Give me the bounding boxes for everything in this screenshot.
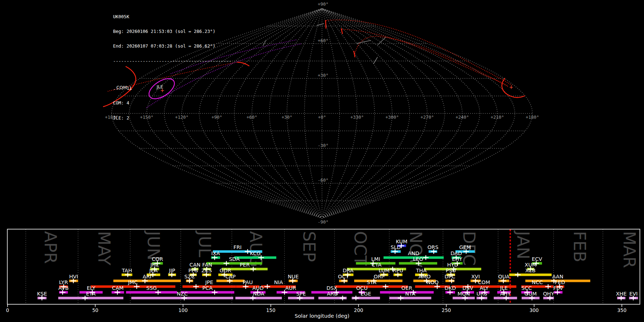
shower-timeline-chart: APRMAYJUNJULAUGSEPOCTNOVDECJANFEBMARKUMF…: [6, 229, 640, 319]
axis-tick-label: 0: [6, 307, 9, 313]
shower-code-label: SSG: [146, 285, 157, 291]
shower-code-label: LEO: [413, 256, 423, 262]
sky-grid-meridian: [217, 9, 322, 218]
sky-coordinate-label: -60°: [318, 177, 328, 183]
shower-code-label: GDR: [220, 268, 231, 273]
shower-bar: [126, 291, 177, 294]
meteor-trail-segment: [263, 40, 266, 46]
shower-max-marker: [340, 296, 346, 301]
shower-code-label: SDA: [229, 256, 240, 262]
shower-code-label: XCB: [525, 268, 536, 273]
shower-code-label: NUE: [288, 274, 299, 279]
shower-bar: [335, 286, 408, 288]
axis-tick-label: 350: [617, 307, 626, 313]
sky-coordinate-label: -30°: [318, 143, 328, 148]
month-label: FEB: [570, 231, 589, 262]
shower-code-label: THA: [416, 268, 427, 273]
shower-bar: [235, 297, 282, 299]
meteor-trail-segment: [317, 24, 324, 25]
shower-code-label: JMC: [128, 279, 138, 285]
axis-tick-label: 250: [442, 307, 451, 313]
shower-code-label: DSX: [326, 285, 337, 291]
shower-code-label: JPE: [205, 279, 213, 285]
shower-bar: [354, 280, 402, 282]
shower-code-label: QHY: [543, 291, 554, 297]
shower-max-marker: [515, 273, 521, 277]
shower-bar: [58, 297, 123, 299]
month-label: MAR: [620, 231, 639, 268]
end-time: End: 20260107 07:03:28 (sol = 286.62°): [113, 44, 231, 49]
shower-code-label: AHY: [500, 291, 511, 297]
shower-code-label: CTA: [372, 262, 382, 268]
shower-code-label: SPE: [296, 291, 306, 297]
sky-coordinate-label: +180°: [526, 114, 539, 120]
axis-tick-label: 150: [266, 307, 275, 313]
month-label: JAN: [513, 230, 533, 259]
sky-coordinate-label: +30°: [318, 73, 328, 78]
shower-code-label: ALY: [480, 285, 489, 291]
shower-code-label: ORS: [428, 244, 439, 250]
shower-code-label: FED: [555, 279, 565, 285]
shower-code-label: NZC: [177, 291, 188, 297]
axis-tick-label: 50: [92, 307, 98, 313]
sky-coordinate-label: +60°: [318, 38, 328, 43]
shower-code-label: NIA: [274, 279, 283, 285]
shower-code-label: GEM: [459, 244, 471, 250]
shower-max-marker: [398, 296, 404, 301]
month-label: JUN: [144, 230, 163, 260]
shower-code-label: ETA: [86, 291, 96, 297]
shower-code-label: OER: [401, 285, 413, 291]
meteor-trail-segment: [326, 20, 326, 28]
observation-info-panel: UK005K Beg: 20260106 21:53:03 (sol = 286…: [113, 4, 231, 135]
sky-coordinate-label: -90°: [318, 219, 328, 225]
meteor-trail-segment: [374, 57, 377, 64]
shower-code-label: OCU: [356, 285, 367, 291]
shower-code-label: HYD: [447, 262, 458, 268]
shower-code-label: STA: [367, 279, 376, 285]
shower-max-marker: [250, 267, 256, 272]
shower-code-label: AMO: [419, 274, 431, 279]
shower-max-marker: [545, 284, 551, 289]
shower-code-label: ECV: [532, 256, 542, 262]
shower-max-marker: [353, 296, 359, 301]
shower-max-marker: [193, 284, 199, 289]
shower-code-label: OCT: [338, 274, 349, 279]
station-id: UK005K: [113, 14, 231, 19]
shower-max-marker: [383, 284, 389, 289]
axis-tick-label: 300: [530, 307, 539, 313]
month-label: APR: [41, 231, 60, 264]
shower-bar: [234, 257, 276, 259]
shower-bar: [389, 297, 431, 299]
axis-title: Solar longitude (deg): [294, 313, 349, 319]
month-label: SEP: [299, 231, 319, 262]
shower-code-label: EGE: [361, 291, 371, 297]
axis-tick-label: 100: [179, 307, 188, 313]
sky-coordinate-label: +330°: [350, 114, 364, 120]
count-com: COM: 4: [113, 101, 231, 106]
shower-code-label: DPC: [445, 274, 455, 279]
shower-code-label: SLD: [391, 244, 401, 250]
axis-tick-label: 200: [354, 307, 363, 313]
shower-code-label: ELY: [87, 285, 95, 291]
month-label: MAY: [94, 231, 114, 266]
shower-bar: [91, 286, 175, 288]
count-sporadic: ...: 11: [113, 86, 231, 91]
shower-bar: [206, 262, 262, 265]
sky-coordinate-label: +300°: [385, 114, 399, 120]
meteor-trail-dotted: [342, 29, 508, 86]
month-label: OCT: [351, 231, 370, 266]
shower-counts: ...: 11 COM: 4 JLE: 2: [113, 76, 231, 130]
sky-coordinate-label: +270°: [420, 114, 434, 120]
shower-code-label: IXA: [211, 250, 220, 256]
shower-code-label: NDA: [253, 291, 264, 297]
shower-code-label: AND: [408, 250, 419, 256]
radiant-center-marker: [510, 86, 513, 89]
count-jle: JLE: 2: [113, 116, 231, 121]
shower-code-label: JEA: [149, 268, 157, 273]
shower-code-label: QUA: [498, 274, 509, 279]
shower-code-label: GUM: [525, 291, 537, 297]
shower-code-label: LMI: [371, 256, 380, 262]
shower-code-label: FEV: [553, 285, 564, 291]
shower-code-label: PCA: [203, 285, 213, 291]
shower-code-label: SCC: [521, 285, 532, 291]
